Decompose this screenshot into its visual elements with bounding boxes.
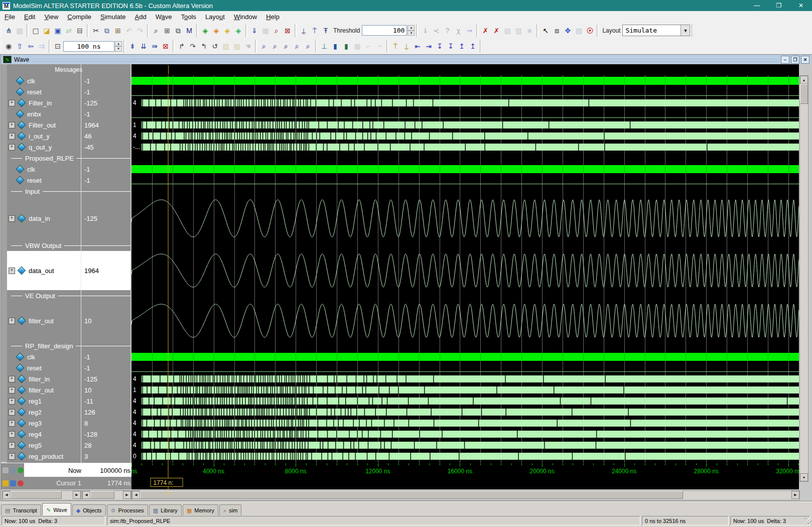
next-transition-icon[interactable]: ⇥ bbox=[423, 41, 434, 52]
expander-icon[interactable]: + bbox=[9, 100, 15, 106]
waveform-canvas[interactable] bbox=[131, 75, 799, 463]
layout-combobox[interactable]: Simulate▼ bbox=[622, 25, 690, 36]
menu-wave[interactable]: Wave bbox=[151, 12, 177, 22]
cut-icon[interactable]: ✂ bbox=[90, 25, 101, 36]
signal-row-reg2[interactable]: +reg2126 bbox=[7, 407, 130, 418]
step-icon[interactable]: ↱ bbox=[176, 41, 187, 52]
remove-wave-icon[interactable]: ◈ bbox=[211, 25, 222, 36]
zoom-mode-icon[interactable]: ⧈ bbox=[551, 25, 562, 36]
scroll-left-icon[interactable]: ◀ bbox=[132, 491, 140, 499]
remove-cursor-icon[interactable] bbox=[18, 480, 24, 486]
next-rising-icon[interactable]: ↥ bbox=[467, 41, 478, 52]
tab-objects[interactable]: ◆Objects bbox=[72, 504, 106, 516]
expander-icon[interactable]: + bbox=[9, 144, 15, 151]
zoom-in-icon[interactable]: ⌕ bbox=[258, 41, 269, 52]
goto-icon[interactable]: ⇒ bbox=[464, 25, 475, 36]
messages-header[interactable]: Messages bbox=[7, 64, 130, 76]
tab-library[interactable]: ▥Library bbox=[149, 504, 182, 516]
unknown-search-icon[interactable]: ? bbox=[442, 25, 453, 36]
expander-icon[interactable]: + bbox=[9, 133, 15, 140]
restart-icon[interactable]: ⊡ bbox=[52, 41, 63, 52]
scroll-left-icon[interactable]: ◀ bbox=[3, 491, 11, 499]
combobox-dropdown-icon[interactable]: ▼ bbox=[681, 25, 690, 36]
step-count-icon[interactable]: ⇂ bbox=[420, 25, 431, 36]
menu-add[interactable]: Add bbox=[130, 12, 151, 22]
menu-simulate[interactable]: Simulate bbox=[96, 12, 130, 22]
scroll-down-icon[interactable]: ▼ bbox=[800, 473, 808, 481]
menu-window[interactable]: Window bbox=[229, 12, 261, 22]
step-out-icon[interactable]: ↰ bbox=[198, 41, 209, 52]
tab-sim[interactable]: ⌕sim bbox=[219, 504, 241, 516]
scroll-right-icon[interactable]: ▶ bbox=[123, 491, 131, 499]
stop-light-icon[interactable]: ⦿ bbox=[584, 25, 595, 36]
signal-row-reset[interactable]: reset-1 bbox=[7, 175, 130, 186]
expander-icon[interactable]: + bbox=[9, 268, 15, 274]
signal-row-reset[interactable]: reset-1 bbox=[7, 362, 130, 373]
hatched-x-icon[interactable]: ⋇ bbox=[524, 25, 535, 36]
threshold-icon[interactable]: Ŧ bbox=[320, 25, 331, 36]
wave-hscrollbar[interactable]: ◀ ▶ bbox=[131, 490, 800, 500]
signal-row-Filter_in[interactable]: +Filter_in-125 bbox=[7, 97, 130, 108]
forward-icon[interactable]: ⇉ bbox=[36, 41, 47, 52]
scroll-left-icon[interactable]: ◀ bbox=[82, 491, 90, 499]
tab-processes[interactable]: ⚙Processes bbox=[107, 504, 148, 516]
expand-time2-icon[interactable]: ¬ bbox=[374, 41, 385, 52]
collapse-icon[interactable]: ≺ bbox=[431, 25, 442, 36]
expander-icon[interactable]: + bbox=[9, 453, 15, 460]
vertical-scroll-thumb[interactable] bbox=[800, 84, 808, 104]
signal-row-clk[interactable]: clk-1 bbox=[7, 164, 130, 175]
signal-row-clk[interactable]: clk-1 bbox=[7, 75, 130, 86]
refresh-icon[interactable]: ⇄ bbox=[63, 25, 74, 36]
grid-hatched-icon[interactable]: ▦ bbox=[260, 25, 271, 36]
new-file-icon[interactable]: ▢ bbox=[30, 25, 41, 36]
copy-hierarchy-icon[interactable]: ⧉ bbox=[173, 25, 184, 36]
rising-threshold-icon[interactable]: ⍑ bbox=[309, 25, 320, 36]
signal-row-Filter_out[interactable]: +Filter_out1964 bbox=[7, 119, 130, 130]
compile-all-icon[interactable]: ⋔ bbox=[3, 25, 14, 36]
signal-row-reg4[interactable]: +reg4-128 bbox=[7, 429, 130, 440]
wave-panel-titlebar[interactable]: ∿ Wave – ❐ ✕ bbox=[1, 55, 811, 64]
sim-env-icon[interactable]: ◉ bbox=[3, 41, 14, 52]
open-folder-icon[interactable]: ◪ bbox=[41, 25, 52, 36]
expander-icon[interactable]: + bbox=[9, 420, 15, 427]
zoom-range-icon[interactable]: ⌕ bbox=[303, 41, 314, 52]
run-icon[interactable]: ⇟ bbox=[127, 41, 138, 52]
select-mode-icon[interactable]: ↖ bbox=[540, 25, 551, 36]
next-falling-icon[interactable]: ↧ bbox=[445, 41, 456, 52]
signal-row-reg1[interactable]: +reg1-11 bbox=[7, 396, 130, 407]
save-icon[interactable]: ▣ bbox=[52, 25, 63, 36]
run-length-input[interactable]: 100 ns bbox=[63, 41, 114, 52]
zoom-last-icon[interactable]: ⌕ bbox=[292, 41, 303, 52]
profile-icon[interactable]: ▨ bbox=[220, 41, 231, 52]
back-icon[interactable]: ⇦ bbox=[25, 41, 36, 52]
up-context-icon[interactable]: ⇧ bbox=[14, 41, 25, 52]
expander-icon[interactable]: + bbox=[9, 318, 15, 324]
simulate-hatched-icon[interactable]: ▨ bbox=[14, 25, 25, 36]
menu-tools[interactable]: Tools bbox=[177, 12, 201, 22]
signal-row-reg3[interactable]: +reg38 bbox=[7, 418, 130, 429]
insert-cursor-icon[interactable]: ⍑ bbox=[390, 41, 401, 52]
copy-icon[interactable]: ⧉ bbox=[101, 25, 112, 36]
step-here-icon[interactable]: ↺ bbox=[209, 41, 220, 52]
edit-break-icon[interactable]: ▤ bbox=[502, 25, 513, 36]
panel-undock-icon[interactable]: ❐ bbox=[791, 56, 799, 64]
undo-icon[interactable]: ↶ bbox=[123, 25, 134, 36]
tab-memory[interactable]: ▦Memory bbox=[183, 504, 218, 516]
continue-run-icon[interactable]: ⇛ bbox=[149, 41, 160, 52]
expander-icon[interactable]: + bbox=[9, 409, 15, 416]
names-hscrollbar[interactable]: ◀ ▶ bbox=[2, 490, 81, 500]
break-off-icon[interactable]: ✗ bbox=[480, 25, 491, 36]
scroll-right-icon[interactable]: ▶ bbox=[73, 491, 81, 499]
redo-icon[interactable]: ↷ bbox=[134, 25, 146, 36]
maximize-button[interactable]: ❐ bbox=[768, 0, 790, 11]
menu-layout[interactable]: Layout bbox=[201, 12, 229, 22]
tab-transcript[interactable]: ▤Transcript bbox=[1, 504, 41, 516]
print-icon[interactable]: ⊟ bbox=[74, 25, 85, 36]
panel-close-icon[interactable]: ✕ bbox=[801, 56, 809, 64]
menu-compile[interactable]: Compile bbox=[63, 12, 96, 22]
delete-cursor-icon[interactable]: ▮ bbox=[341, 41, 352, 52]
expander-icon[interactable]: + bbox=[9, 376, 15, 382]
wave-vertical-scrollbar[interactable]: ▲ ▼ bbox=[799, 75, 808, 482]
expand-list-icon[interactable]: ⊞ bbox=[162, 25, 173, 36]
signal-row-data_in[interactable]: +data_in-125 bbox=[7, 197, 130, 240]
